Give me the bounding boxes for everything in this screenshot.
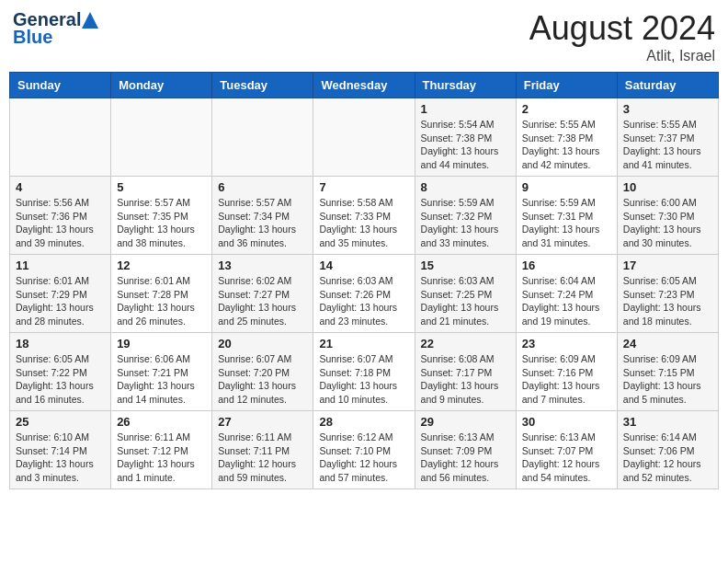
day-info: Sunrise: 6:10 AM Sunset: 7:14 PM Dayligh…	[16, 431, 105, 485]
day-info: Sunrise: 6:06 AM Sunset: 7:21 PM Dayligh…	[117, 352, 206, 407]
table-cell: 20Sunrise: 6:07 AM Sunset: 7:20 PM Dayli…	[212, 333, 313, 411]
week-row-4: 18Sunrise: 6:05 AM Sunset: 7:22 PM Dayli…	[10, 333, 719, 411]
table-cell: 2Sunrise: 5:55 AM Sunset: 7:38 PM Daylig…	[516, 98, 617, 177]
day-info: Sunrise: 6:05 AM Sunset: 7:23 PM Dayligh…	[623, 274, 712, 328]
table-cell: 17Sunrise: 6:05 AM Sunset: 7:23 PM Dayli…	[617, 255, 718, 333]
col-thursday: Thursday	[415, 73, 516, 98]
col-monday: Monday	[111, 73, 212, 98]
title-section: August 2024 Atlit, Israel	[529, 9, 715, 64]
col-sunday: Sunday	[10, 73, 111, 98]
day-number: 19	[117, 337, 206, 350]
table-cell: 10Sunrise: 6:00 AM Sunset: 7:30 PM Dayli…	[617, 177, 718, 255]
day-info: Sunrise: 6:13 AM Sunset: 7:09 PM Dayligh…	[421, 431, 510, 485]
day-number: 11	[16, 259, 105, 272]
calendar-table: Sunday Monday Tuesday Wednesday Thursday…	[9, 72, 719, 489]
calendar-header-row: Sunday Monday Tuesday Wednesday Thursday…	[10, 73, 719, 98]
day-info: Sunrise: 6:14 AM Sunset: 7:06 PM Dayligh…	[623, 431, 712, 485]
table-cell: 16Sunrise: 6:04 AM Sunset: 7:24 PM Dayli…	[516, 255, 617, 333]
day-number: 7	[319, 180, 408, 194]
day-number: 16	[522, 259, 611, 272]
day-number: 14	[319, 259, 408, 272]
table-cell: 4Sunrise: 5:56 AM Sunset: 7:36 PM Daylig…	[10, 177, 111, 255]
page-header: General Blue August 2024 Atlit, Israel	[9, 9, 719, 64]
day-number: 25	[16, 415, 105, 429]
table-cell: 18Sunrise: 6:05 AM Sunset: 7:22 PM Dayli…	[10, 333, 111, 411]
table-cell: 30Sunrise: 6:13 AM Sunset: 7:07 PM Dayli…	[516, 411, 617, 489]
table-cell: 15Sunrise: 6:03 AM Sunset: 7:25 PM Dayli…	[415, 255, 516, 333]
week-row-2: 4Sunrise: 5:56 AM Sunset: 7:36 PM Daylig…	[10, 177, 719, 255]
table-cell: 25Sunrise: 6:10 AM Sunset: 7:14 PM Dayli…	[10, 411, 111, 489]
table-cell: 27Sunrise: 6:11 AM Sunset: 7:11 PM Dayli…	[212, 411, 313, 489]
month-year-title: August 2024	[529, 9, 715, 48]
table-cell	[212, 98, 313, 177]
day-number: 2	[522, 102, 611, 116]
table-cell	[111, 98, 212, 177]
day-info: Sunrise: 6:09 AM Sunset: 7:16 PM Dayligh…	[522, 352, 611, 407]
location-subtitle: Atlit, Israel	[529, 48, 715, 64]
day-info: Sunrise: 6:00 AM Sunset: 7:30 PM Dayligh…	[623, 196, 712, 250]
table-cell: 3Sunrise: 5:55 AM Sunset: 7:37 PM Daylig…	[617, 98, 718, 177]
day-number: 20	[218, 337, 307, 350]
day-info: Sunrise: 5:56 AM Sunset: 7:36 PM Dayligh…	[16, 196, 105, 250]
table-cell: 1Sunrise: 5:54 AM Sunset: 7:38 PM Daylig…	[415, 98, 516, 177]
week-row-1: 1Sunrise: 5:54 AM Sunset: 7:38 PM Daylig…	[10, 98, 719, 177]
day-info: Sunrise: 6:13 AM Sunset: 7:07 PM Dayligh…	[522, 431, 611, 485]
day-info: Sunrise: 6:09 AM Sunset: 7:15 PM Dayligh…	[623, 352, 712, 407]
day-number: 23	[522, 337, 611, 350]
day-info: Sunrise: 6:01 AM Sunset: 7:28 PM Dayligh…	[117, 274, 206, 328]
day-info: Sunrise: 6:03 AM Sunset: 7:25 PM Dayligh…	[421, 274, 510, 328]
day-number: 8	[421, 180, 510, 194]
table-cell: 23Sunrise: 6:09 AM Sunset: 7:16 PM Dayli…	[516, 333, 617, 411]
day-info: Sunrise: 6:12 AM Sunset: 7:10 PM Dayligh…	[319, 431, 408, 485]
day-info: Sunrise: 6:11 AM Sunset: 7:11 PM Dayligh…	[218, 431, 307, 485]
day-number: 15	[421, 259, 510, 272]
day-number: 28	[319, 415, 408, 429]
day-info: Sunrise: 5:59 AM Sunset: 7:31 PM Dayligh…	[522, 196, 611, 250]
table-cell: 31Sunrise: 6:14 AM Sunset: 7:06 PM Dayli…	[617, 411, 718, 489]
day-number: 3	[623, 102, 712, 116]
table-cell: 5Sunrise: 5:57 AM Sunset: 7:35 PM Daylig…	[111, 177, 212, 255]
logo-blue-text: Blue	[13, 27, 52, 48]
table-cell: 24Sunrise: 6:09 AM Sunset: 7:15 PM Dayli…	[617, 333, 718, 411]
day-info: Sunrise: 6:01 AM Sunset: 7:29 PM Dayligh…	[16, 274, 105, 328]
col-tuesday: Tuesday	[212, 73, 313, 98]
table-cell: 19Sunrise: 6:06 AM Sunset: 7:21 PM Dayli…	[111, 333, 212, 411]
day-info: Sunrise: 6:03 AM Sunset: 7:26 PM Dayligh…	[319, 274, 408, 328]
svg-marker-0	[82, 12, 98, 29]
week-row-5: 25Sunrise: 6:10 AM Sunset: 7:14 PM Dayli…	[10, 411, 719, 489]
day-info: Sunrise: 6:05 AM Sunset: 7:22 PM Dayligh…	[16, 352, 105, 407]
table-cell: 29Sunrise: 6:13 AM Sunset: 7:09 PM Dayli…	[415, 411, 516, 489]
table-cell: 9Sunrise: 5:59 AM Sunset: 7:31 PM Daylig…	[516, 177, 617, 255]
col-wednesday: Wednesday	[313, 73, 415, 98]
day-number: 27	[218, 415, 307, 429]
day-number: 9	[522, 180, 611, 194]
table-cell: 12Sunrise: 6:01 AM Sunset: 7:28 PM Dayli…	[111, 255, 212, 333]
day-number: 22	[421, 337, 510, 350]
day-info: Sunrise: 5:55 AM Sunset: 7:37 PM Dayligh…	[623, 118, 712, 172]
day-number: 31	[623, 415, 712, 429]
day-info: Sunrise: 6:07 AM Sunset: 7:18 PM Dayligh…	[319, 352, 408, 407]
day-info: Sunrise: 5:57 AM Sunset: 7:34 PM Dayligh…	[218, 196, 307, 250]
table-cell: 7Sunrise: 5:58 AM Sunset: 7:33 PM Daylig…	[313, 177, 415, 255]
day-info: Sunrise: 5:59 AM Sunset: 7:32 PM Dayligh…	[421, 196, 510, 250]
table-cell: 8Sunrise: 5:59 AM Sunset: 7:32 PM Daylig…	[415, 177, 516, 255]
day-number: 13	[218, 259, 307, 272]
day-number: 21	[319, 337, 408, 350]
logo-icon	[82, 12, 98, 29]
day-info: Sunrise: 6:07 AM Sunset: 7:20 PM Dayligh…	[218, 352, 307, 407]
day-number: 24	[623, 337, 712, 350]
day-info: Sunrise: 5:58 AM Sunset: 7:33 PM Dayligh…	[319, 196, 408, 250]
day-number: 17	[623, 259, 712, 272]
table-cell: 28Sunrise: 6:12 AM Sunset: 7:10 PM Dayli…	[313, 411, 415, 489]
table-cell	[10, 98, 111, 177]
table-cell: 14Sunrise: 6:03 AM Sunset: 7:26 PM Dayli…	[313, 255, 415, 333]
day-number: 30	[522, 415, 611, 429]
day-info: Sunrise: 6:08 AM Sunset: 7:17 PM Dayligh…	[421, 352, 510, 407]
day-number: 12	[117, 259, 206, 272]
table-cell	[313, 98, 415, 177]
day-info: Sunrise: 5:54 AM Sunset: 7:38 PM Dayligh…	[421, 118, 510, 172]
table-cell: 6Sunrise: 5:57 AM Sunset: 7:34 PM Daylig…	[212, 177, 313, 255]
table-cell: 21Sunrise: 6:07 AM Sunset: 7:18 PM Dayli…	[313, 333, 415, 411]
table-cell: 11Sunrise: 6:01 AM Sunset: 7:29 PM Dayli…	[10, 255, 111, 333]
day-number: 18	[16, 337, 105, 350]
